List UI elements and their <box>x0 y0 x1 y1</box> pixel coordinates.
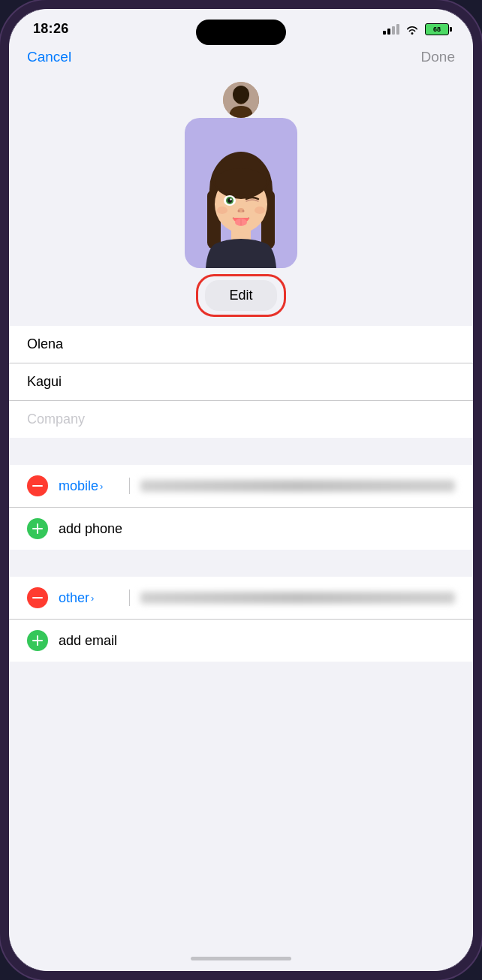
remove-phone-button[interactable] <box>27 475 48 496</box>
last-name-value: Kagui <box>27 374 62 389</box>
remove-email-button[interactable] <box>27 587 48 608</box>
section-gap-1 <box>9 438 473 465</box>
status-icons: 68 <box>383 23 449 35</box>
signal-icon <box>383 24 399 35</box>
contact-avatar-small[interactable] <box>223 82 259 118</box>
svg-point-15 <box>238 210 240 213</box>
phone-row: mobile › <box>9 465 473 508</box>
add-phone-label: add phone <box>59 521 122 537</box>
screen: 18:26 68 Cancel Done <box>9 9 473 971</box>
add-email-label: add email <box>59 633 117 649</box>
first-name-field[interactable]: Olena <box>9 326 473 363</box>
phone-section: mobile › add phone <box>9 465 473 550</box>
phone-label-text: mobile <box>59 478 98 494</box>
edit-button-wrapper: Edit <box>205 280 276 311</box>
section-gap-3 <box>9 662 473 689</box>
cancel-button[interactable]: Cancel <box>27 49 71 65</box>
wifi-icon <box>405 24 419 35</box>
home-indicator <box>9 945 473 971</box>
last-name-field[interactable]: Kagui <box>9 363 473 401</box>
phone-label[interactable]: mobile › <box>59 478 119 494</box>
add-phone-row[interactable]: add phone <box>9 508 473 550</box>
add-email-row[interactable]: add email <box>9 620 473 662</box>
nav-bar: Cancel Done <box>9 43 473 74</box>
edit-ring <box>196 274 285 317</box>
section-gap-2 <box>9 550 473 577</box>
company-field[interactable]: Company <box>9 401 473 438</box>
add-phone-button[interactable] <box>27 518 48 539</box>
status-time: 18:26 <box>33 21 69 37</box>
svg-point-2 <box>233 86 249 104</box>
email-divider <box>129 590 130 606</box>
email-section: other › add email <box>9 577 473 662</box>
email-row: other › <box>9 577 473 620</box>
add-email-button[interactable] <box>27 630 48 651</box>
svg-point-19 <box>255 207 265 214</box>
content-scroll[interactable]: Edit Olena Kagui Company <box>9 74 473 945</box>
email-value-blurred <box>140 592 455 604</box>
battery-text: 68 <box>433 26 441 33</box>
email-label-chevron: › <box>91 593 94 604</box>
svg-point-9 <box>215 168 267 195</box>
phone-divider <box>129 478 130 494</box>
svg-point-18 <box>217 207 227 214</box>
svg-point-16 <box>243 210 245 213</box>
email-label[interactable]: other › <box>59 590 119 606</box>
dynamic-island <box>196 20 286 45</box>
photo-section: Edit <box>9 74 473 326</box>
phone-label-chevron: › <box>100 481 103 492</box>
done-button[interactable]: Done <box>421 49 455 65</box>
home-bar <box>191 957 291 960</box>
phone-frame: 18:26 68 Cancel Done <box>0 0 482 980</box>
email-label-text: other <box>59 590 89 606</box>
name-form-section: Olena Kagui Company <box>9 326 473 438</box>
contact-card <box>185 118 297 268</box>
memoji-container <box>192 133 290 268</box>
first-name-value: Olena <box>27 336 63 351</box>
battery-indicator: 68 <box>425 23 449 35</box>
company-placeholder: Company <box>27 412 85 427</box>
phone-value-blurred <box>140 480 455 492</box>
svg-point-13 <box>230 198 231 200</box>
